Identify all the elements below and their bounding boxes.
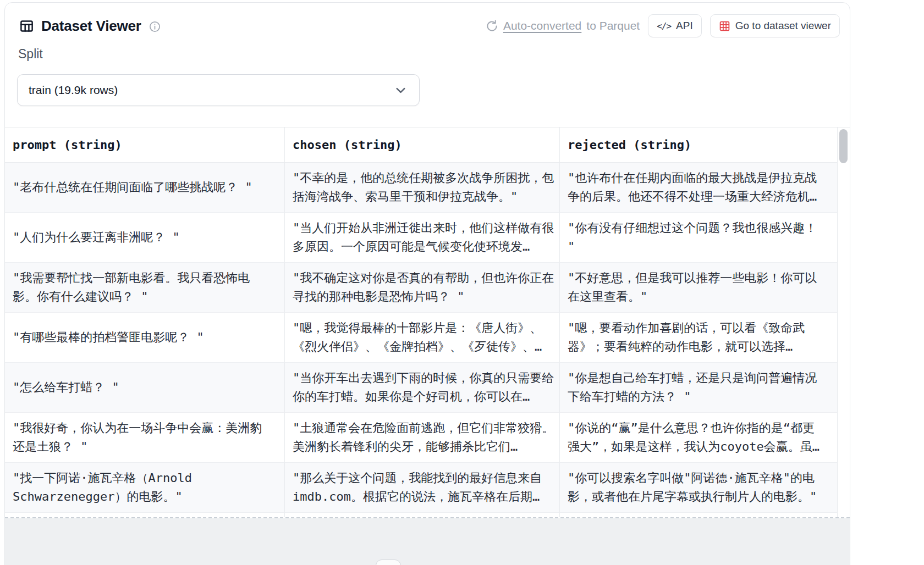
table-row: "老布什总统在任期间面临了哪些挑战呢？ " "不幸的是，他的总统任期被多次战争所…: [5, 163, 850, 213]
cell-text: "当你开车出去遇到下雨的时候，你真的只需要给你的车打蜡。如果你是个好司机，你可以…: [293, 369, 556, 406]
cell-partial: [559, 513, 837, 517]
table-row: "怎么给车打蜡？ " "当你开车出去遇到下雨的时候，你真的只需要给你的车打蜡。如…: [5, 363, 850, 413]
column-header-rejected: rejected (string): [559, 128, 837, 163]
dataset-viewer-card: Dataset Viewer Auto-converted: [4, 2, 850, 565]
scrollbar-gutter: [837, 463, 850, 513]
column-header-prompt: prompt (string): [5, 128, 284, 163]
cell-text: "你是想自己给车打蜡，还是只是询问普遍情况下给车打蜡的方法？ ": [568, 369, 823, 406]
cell-chosen[interactable]: "那么关于这个问题，我能找到的最好信息来自imdb.com。根据它的说法，施瓦辛…: [284, 463, 559, 513]
cell-prompt[interactable]: "老布什总统在任期间面临了哪些挑战呢？ ": [5, 163, 284, 213]
table-row-partial: [5, 513, 850, 517]
cell-text: "怎么给车打蜡？ ": [13, 378, 119, 397]
scrollbar-gutter: [837, 163, 850, 213]
cell-text: "有哪些最棒的拍档警匪电影呢？ ": [13, 328, 204, 347]
cell-prompt[interactable]: "我很好奇，你认为在一场斗争中会赢：美洲豹还是土狼？ ": [5, 413, 284, 463]
cell-chosen[interactable]: "当你开车出去遇到下雨的时候，你真的只需要给你的车打蜡。如果你是个好司机，你可以…: [284, 363, 559, 413]
api-button[interactable]: </> API: [648, 14, 702, 37]
scrollbar-gutter: [837, 513, 850, 517]
scrollbar-gutter: [837, 213, 850, 263]
cell-text: "嗯，我觉得最棒的十部影片是：《唐人街》、《烈火伴侣》、《金牌拍档》、《歹徒传》…: [293, 319, 556, 356]
cell-partial: [284, 513, 559, 517]
cell-chosen[interactable]: "不幸的是，他的总统任期被多次战争所困扰，包括海湾战争、索马里干预和伊拉克战争。…: [284, 163, 559, 213]
cell-rejected[interactable]: "你可以搜索名字叫做"阿诺德·施瓦辛格"的电影，或者他在片尾字幕或执行制片人的电…: [559, 463, 837, 513]
cell-text: "不幸的是，他的总统任期被多次战争所困扰，包括海湾战争、索马里干预和伊拉克战争。…: [293, 169, 556, 206]
bottom-strip: [5, 518, 850, 565]
dataset-table: prompt (string) chosen (string) rejected…: [5, 127, 850, 517]
auto-converted-suffix: to Parquet: [586, 19, 640, 32]
cell-text: "老布什总统在任期间面临了哪些挑战呢？ ": [13, 178, 252, 197]
cell-chosen[interactable]: "嗯，我觉得最棒的十部影片是：《唐人街》、《烈火伴侣》、《金牌拍档》、《歹徒传》…: [284, 313, 559, 363]
cell-text: "找一下阿诺·施瓦辛格（Arnold Schwarzenegger）的电影。": [13, 469, 268, 506]
cell-rejected[interactable]: "你说的“赢”是什么意思？也许你指的是“都更强大”，如果是这样，我认为coyot…: [559, 413, 837, 463]
table-row: "有哪些最棒的拍档警匪电影呢？ " "嗯，我觉得最棒的十部影片是：《唐人街》、《…: [5, 313, 850, 363]
page-title: Dataset Viewer: [41, 18, 141, 35]
cell-text: "当人们开始从非洲迁徙出来时，他们这样做有很多原因。一个原因可能是气候变化使环境…: [293, 219, 556, 256]
cell-text: "人们为什么要迁离非洲呢？ ": [13, 228, 180, 247]
cell-rejected[interactable]: "你是想自己给车打蜡，还是只是询问普遍情况下给车打蜡的方法？ ": [559, 363, 837, 413]
chevron-down-icon: [393, 83, 408, 98]
cell-rejected[interactable]: "你有没有仔细想过这个问题？我也很感兴趣！ ": [559, 213, 837, 263]
code-icon: </>: [657, 21, 671, 31]
cell-text: "我很好奇，你认为在一场斗争中会赢：美洲豹还是土狼？ ": [13, 419, 268, 456]
cell-rejected[interactable]: "也许布什在任期内面临的最大挑战是伊拉克战争的后果。他还不得不处理一场重大经济危…: [559, 163, 837, 213]
split-select-value: train (19.9k rows): [29, 84, 118, 97]
table-row: "我很好奇，你认为在一场斗争中会赢：美洲豹还是土狼？ " "土狼通常会在危险面前…: [5, 413, 850, 463]
table-row: "人们为什么要迁离非洲呢？ " "当人们开始从非洲迁徙出来时，他们这样做有很多原…: [5, 213, 850, 263]
auto-converted-status: Auto-converted to Parquet: [486, 19, 640, 32]
cell-rejected[interactable]: "不好意思，但是我可以推荐一些电影！你可以在这里查看。": [559, 263, 837, 313]
cell-text: "你可以搜索名字叫做"阿诺德·施瓦辛格"的电影，或者他在片尾字幕或执行制片人的电…: [568, 469, 823, 506]
cell-rejected[interactable]: "嗯，要看动作加喜剧的话，可以看《致命武器》；要看纯粹的动作电影，就可以选择…: [559, 313, 837, 363]
cell-text: "也许布什在任期内面临的最大挑战是伊拉克战争的后果。他还不得不处理一场重大经济危…: [568, 169, 823, 206]
dataset-viewer-page: Dataset Viewer Auto-converted: [0, 0, 924, 565]
cell-prompt[interactable]: "怎么给车打蜡？ ": [5, 363, 284, 413]
cell-chosen[interactable]: "当人们开始从非洲迁徙出来时，他们这样做有很多原因。一个原因可能是气候变化使环境…: [284, 213, 559, 263]
go-to-dataset-viewer-label: Go to dataset viewer: [735, 20, 831, 32]
header-actions: Auto-converted to Parquet </> API: [486, 14, 840, 37]
table-header-row: prompt (string) chosen (string) rejected…: [5, 127, 850, 163]
cell-text: "你有没有仔细想过这个问题？我也很感兴趣！ ": [568, 219, 823, 256]
table-row: "我需要帮忙找一部新电影看。我只看恐怖电影。你有什么建议吗？ " "我不确定这对…: [5, 263, 850, 313]
card-header: Dataset Viewer Auto-converted: [19, 14, 840, 38]
scrollbar-gutter: [837, 313, 850, 363]
cell-text: "那么关于这个问题，我能找到的最好信息来自imdb.com。根据它的说法，施瓦辛…: [293, 469, 556, 506]
cell-prompt[interactable]: "有哪些最棒的拍档警匪电影呢？ ": [5, 313, 284, 363]
cell-text: "我不确定这对你是否真的有帮助，但也许你正在寻找的那种电影是恐怖片吗？ ": [293, 269, 556, 306]
scrollbar-gutter: [837, 413, 850, 463]
dataset-table-icon: [19, 19, 34, 34]
cell-partial: [5, 513, 284, 517]
cell-text: "土狼通常会在危险面前逃跑，但它们非常狡猾。美洲豹长着锋利的尖牙，能够捕杀比它们…: [293, 419, 556, 456]
cell-chosen[interactable]: "土狼通常会在危险面前逃跑，但它们非常狡猾。美洲豹长着锋利的尖牙，能够捕杀比它们…: [284, 413, 559, 463]
split-label: Split: [18, 47, 43, 62]
pagination-pill-partial[interactable]: [376, 560, 401, 565]
auto-converted-link[interactable]: Auto-converted: [503, 19, 581, 32]
scrollbar-gutter: [837, 363, 850, 413]
go-to-dataset-viewer-button[interactable]: Go to dataset viewer: [710, 14, 840, 37]
cell-prompt[interactable]: "找一下阿诺·施瓦辛格（Arnold Schwarzenegger）的电影。": [5, 463, 284, 513]
column-header-chosen: chosen (string): [284, 128, 559, 163]
cell-text: "不好意思，但是我可以推荐一些电影！你可以在这里查看。": [568, 269, 823, 306]
cell-chosen[interactable]: "我不确定这对你是否真的有帮助，但也许你正在寻找的那种电影是恐怖片吗？ ": [284, 263, 559, 313]
cell-text: "嗯，要看动作加喜剧的话，可以看《致命武器》；要看纯粹的动作电影，就可以选择…: [568, 319, 823, 356]
split-select[interactable]: train (19.9k rows): [17, 74, 420, 106]
scrollbar-gutter: [837, 263, 850, 313]
cell-prompt[interactable]: "我需要帮忙找一部新电影看。我只看恐怖电影。你有什么建议吗？ ": [5, 263, 284, 313]
refresh-icon: [486, 20, 498, 32]
red-grid-icon: [719, 20, 730, 32]
cell-text: "我需要帮忙找一部新电影看。我只看恐怖电影。你有什么建议吗？ ": [13, 269, 268, 306]
api-button-label: API: [676, 20, 693, 32]
info-icon[interactable]: [148, 20, 161, 33]
table-row: "找一下阿诺·施瓦辛格（Arnold Schwarzenegger）的电影。" …: [5, 463, 850, 513]
cell-prompt[interactable]: "人们为什么要迁离非洲呢？ ": [5, 213, 284, 263]
vertical-scrollbar-thumb[interactable]: [839, 129, 848, 163]
cell-text: "你说的“赢”是什么意思？也许你指的是“都更强大”，如果是这样，我认为coyot…: [568, 419, 823, 456]
